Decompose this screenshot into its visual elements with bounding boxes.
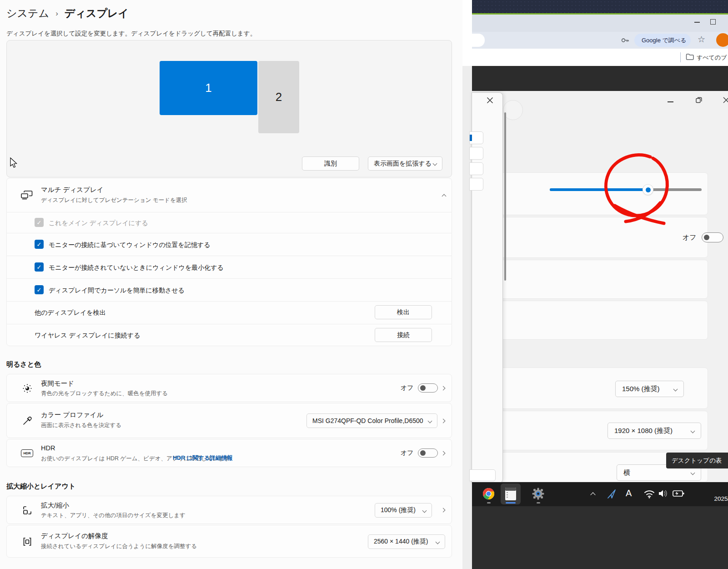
scale-card[interactable]: 拡大/縮小 テキスト、アプリ、その他の項目のサイズを変更します 100% (推奨… — [6, 496, 452, 524]
volume-icon[interactable] — [658, 489, 668, 498]
breadcrumb-system[interactable]: システム — [6, 6, 49, 20]
monitor-2[interactable]: 2 — [258, 61, 299, 133]
collapse-chevron-up-icon[interactable] — [442, 194, 447, 199]
minimize-windows-row[interactable]: ✓ モニターが接続されていないときにウィンドウを最小化する — [7, 256, 452, 278]
extend-display-dropdown[interactable]: 表示画面を拡張する — [368, 156, 442, 171]
monitor-1[interactable]: 1 — [160, 61, 257, 115]
maximize-button[interactable] — [710, 19, 716, 25]
dialog-button-fragment[interactable] — [469, 178, 483, 191]
location-arrow-icon[interactable] — [607, 488, 617, 499]
resolution2-card[interactable]: 1920 × 1080 (推奨) — [500, 411, 708, 450]
chevron-down-icon — [436, 539, 440, 544]
dialog-close-button[interactable] — [487, 97, 493, 104]
dialog-button-fragment[interactable] — [469, 131, 483, 144]
monitor-2-label: 2 — [276, 90, 282, 104]
restore-button[interactable] — [695, 96, 703, 104]
settings2-row-card[interactable] — [500, 301, 708, 340]
check-icon: ✓ — [37, 264, 42, 271]
scale-dropdown[interactable]: 100% (推奨) — [375, 503, 432, 518]
dialog-panel — [472, 92, 503, 483]
settings2-row-card[interactable] — [500, 260, 708, 299]
color-profile-icon — [22, 415, 33, 426]
dialog-button-fragment[interactable] — [469, 469, 496, 481]
chevron-down-icon — [433, 161, 437, 166]
identify-button-label: 識別 — [324, 160, 337, 168]
detect-button[interactable]: 検出 — [375, 305, 432, 319]
password-key-icon[interactable] — [621, 37, 629, 44]
remember-window-position-row[interactable]: ✓ モニターの接続に基づいてウィンドウの位置を記憶する — [7, 233, 452, 256]
hdr-info-link[interactable]: HDR に関する詳細情報 — [173, 454, 232, 462]
folder-icon[interactable] — [686, 53, 694, 60]
ease-cursor-row[interactable]: ✓ ディスプレイ間でカーソルを簡単に移動させる — [7, 278, 452, 301]
chrome-titlebar — [472, 15, 728, 32]
hdr-toggle[interactable] — [418, 448, 438, 458]
wifi-icon[interactable] — [644, 489, 655, 499]
color-profile-dropdown[interactable]: MSI G274QPF-QD Color Profile,D6500 — [306, 413, 437, 428]
dialog-scrollbar[interactable] — [504, 112, 506, 281]
tray-overflow-chevron-icon[interactable] — [590, 492, 595, 497]
secondary-monitor-area: Google で調べる ☆ すべてのブ — [462, 0, 728, 569]
all-bookmarks-label[interactable]: すべてのブ — [697, 54, 727, 62]
minimize-button[interactable] — [694, 19, 700, 25]
taskbar-active-app[interactable] — [501, 483, 521, 504]
check-icon: ✓ — [37, 287, 42, 293]
taskbar-clock[interactable]: 0:35 2025/11/15 — [701, 485, 728, 504]
window-edge-strip — [462, 0, 472, 66]
scale2-dropdown[interactable]: 150% (推奨) — [615, 381, 684, 397]
profile-avatar[interactable] — [716, 33, 728, 47]
dialog-button-fragment[interactable] — [469, 162, 483, 175]
close-button[interactable] — [723, 96, 728, 104]
brightness-slider-card — [500, 172, 708, 215]
hdr-card[interactable]: HDR HDR お使いのディスプレイは HDR ゲーム、ビデオ、アプリに対応して… — [6, 439, 452, 467]
scale-section-header: 拡大縮小とレイアウト — [6, 482, 75, 491]
chrome-dark-content-band — [472, 66, 728, 91]
multi-display-subtitle: ディスプレイに対してプレゼンテーション モードを選択 — [41, 196, 187, 204]
connect-button[interactable]: 接続 — [375, 328, 432, 342]
hdr-title: HDR — [41, 444, 55, 452]
resolution2-dropdown[interactable]: 1920 × 1080 (推奨) — [608, 423, 701, 439]
toggle-switch[interactable] — [702, 232, 723, 242]
night-mode-subtitle: 青色の光をブロックするために、暖色を使用する — [41, 390, 168, 398]
minimize-windows-checkbox[interactable]: ✓ — [35, 262, 44, 272]
scale-icon — [22, 505, 33, 516]
scale2-value: 150% (推奨) — [622, 385, 660, 393]
wireless-display-row: ワイヤレス ディスプレイに接続する 接続 — [7, 324, 452, 347]
taskbar-settings-icon[interactable] — [532, 488, 544, 500]
resolution-card[interactable]: ディスプレイの解像度 接続されているディスプレイに合うように解像度を調整する 2… — [6, 525, 452, 558]
minimize-button[interactable] — [668, 98, 674, 105]
orientation-value: 横 — [623, 468, 630, 477]
chevron-right-icon — [441, 386, 446, 391]
toggle-card[interactable]: オフ — [500, 217, 708, 258]
desktop-composite: システム › ディスプレイ ディスプレイを選択して設定を変更します。ディスプレイ… — [0, 0, 728, 569]
dialog-button-fragment[interactable] — [469, 147, 483, 160]
night-mode-toggle[interactable] — [418, 383, 438, 393]
taskbar-chrome-icon[interactable] — [482, 488, 495, 500]
chrome-bookmarks-bar: すべてのブ — [472, 49, 728, 66]
battery-icon[interactable] — [673, 489, 684, 498]
remember-window-position-checkbox[interactable]: ✓ — [35, 240, 44, 249]
ime-mode-indicator[interactable]: A — [626, 488, 632, 499]
chevron-down-icon — [673, 387, 678, 391]
monitor-1-label: 1 — [205, 81, 211, 95]
taskbar-indicator — [537, 502, 540, 504]
chrome-toolbar: Google で調べる ☆ — [472, 32, 728, 49]
ease-cursor-checkbox[interactable]: ✓ — [35, 285, 44, 294]
multi-display-header[interactable]: マルチ ディスプレイ ディスプレイに対してプレゼンテーション モードを選択 — [7, 178, 452, 212]
scale2-card[interactable]: 150% (推奨) — [500, 368, 708, 409]
bookmark-star-icon[interactable]: ☆ — [698, 34, 705, 45]
multi-display-card: マルチ ディスプレイ ディスプレイに対してプレゼンテーション モードを選択 ✓ … — [6, 178, 452, 346]
main-display-row: ✓ これをメイン ディスプレイにする — [7, 212, 452, 233]
resolution-subtitle: 接続されているディスプレイに合うように解像度を調整する — [41, 543, 197, 550]
night-mode-card[interactable]: 夜間モード 青色の光をブロックするために、暖色を使用する オフ — [6, 374, 452, 402]
google-lens-search-button[interactable]: Google で調べる — [634, 34, 691, 47]
color-profile-subtitle: 画面に表示される色を決定する — [41, 422, 121, 429]
brightness-slider-thumb[interactable] — [643, 185, 653, 195]
bookmarks-divider — [680, 52, 681, 62]
resolution-value: 2560 × 1440 (推奨) — [374, 538, 428, 546]
resolution-dropdown[interactable]: 2560 × 1440 (推奨) — [368, 534, 445, 549]
main-display-checkbox: ✓ — [35, 218, 44, 227]
color-profile-card[interactable]: カラー プロファイル 画面に表示される色を決定する MSI G274QPF-QD… — [6, 403, 452, 438]
omnibox-fragment[interactable] — [472, 34, 485, 47]
identify-button[interactable]: 識別 — [302, 156, 359, 171]
resolution-icon — [22, 536, 33, 547]
